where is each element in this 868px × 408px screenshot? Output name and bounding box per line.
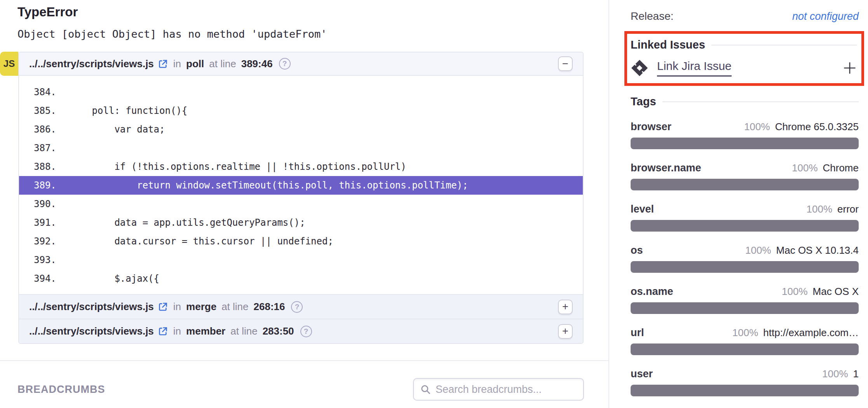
breadcrumbs-header: BREADCRUMBS [0, 378, 608, 401]
tag-key[interactable]: os.name [631, 286, 673, 298]
code-line: 384. [19, 83, 583, 101]
tag-key[interactable]: os [631, 244, 643, 256]
section-divider [0, 360, 608, 361]
expand-frame-button[interactable]: + [558, 300, 573, 314]
tag-distribution-bar [631, 302, 859, 314]
frame-header-poll[interactable]: ../../sentry/scripts/views.js in poll at… [19, 52, 583, 76]
tag-percent: 100% [732, 327, 758, 339]
frame-line-number: 389:46 [241, 58, 273, 70]
frame-line-number: 268:16 [254, 301, 285, 313]
code-line: 385. poll: function(){ [19, 101, 583, 120]
tag-key[interactable]: browser [631, 121, 671, 133]
tag-percent: 100% [807, 203, 833, 215]
tag-row-browser: browser 100% Chrome 65.0.3325 [631, 121, 859, 149]
linked-issues-heading: Linked Issues [631, 38, 857, 51]
error-message: Object [object Object] has no method 'up… [17, 28, 608, 40]
link-jira-issue-link[interactable]: Link Jira Issue [657, 59, 732, 77]
breadcrumbs-search-input[interactable] [436, 384, 577, 396]
heading-rule [711, 45, 857, 45]
tags-heading: Tags [631, 95, 859, 108]
tag-distribution-bar [631, 261, 859, 273]
tag-value: 1 [853, 368, 859, 380]
help-icon[interactable]: ? [279, 58, 291, 70]
collapse-frame-button[interactable]: − [558, 56, 573, 71]
at-line-label: at line [230, 325, 257, 337]
code-line: 388. if (!this.options.realtime || !this… [19, 157, 583, 176]
frame-file-path[interactable]: ../../sentry/scripts/views.js [29, 325, 154, 337]
breadcrumbs-title: BREADCRUMBS [17, 384, 105, 396]
release-not-configured-link[interactable]: not configured [792, 10, 859, 23]
tag-distribution-bar [631, 179, 859, 190]
at-line-label: at line [221, 301, 248, 313]
error-type-title: TypeError [17, 5, 608, 19]
external-link-icon[interactable] [158, 59, 168, 69]
stacktrace-card: ../../sentry/scripts/views.js in poll at… [18, 52, 584, 344]
release-label: Release: [631, 10, 674, 23]
frame-function-name: member [186, 325, 225, 337]
release-row: Release: not configured [631, 10, 859, 23]
frame-file-path[interactable]: ../../sentry/scripts/views.js [29, 301, 154, 313]
tag-value: Mac OS X 10.13.4 [776, 244, 859, 256]
help-icon[interactable]: ? [300, 326, 312, 337]
frame-header-member[interactable]: ../../sentry/scripts/views.js in member … [19, 319, 583, 343]
breadcrumbs-search-box[interactable] [413, 378, 584, 401]
tag-distribution-bar [631, 343, 859, 355]
tag-key[interactable]: user [631, 368, 653, 380]
tags-title: Tags [631, 95, 656, 108]
frame-function-name: merge [186, 301, 216, 313]
tag-row-os: os 100% Mac OS X 10.13.4 [631, 244, 859, 273]
source-context: 384. 385. poll: function(){ 386. var dat… [19, 76, 583, 294]
tag-key[interactable]: url [631, 327, 644, 339]
external-link-icon[interactable] [158, 326, 168, 337]
heading-rule [662, 101, 859, 102]
tag-percent: 100% [782, 286, 808, 298]
tag-key[interactable]: browser.name [631, 162, 701, 174]
code-line: 392. data.cursor = this.cursor || undefi… [19, 232, 583, 251]
tag-value: error [837, 203, 859, 215]
tag-value: Mac OS X [813, 286, 859, 298]
tag-row-url: url 100% http://example.com… [631, 327, 859, 355]
tag-percent: 100% [745, 244, 771, 256]
linked-issues-title: Linked Issues [631, 38, 705, 51]
frame-header-merge[interactable]: ../../sentry/scripts/views.js in merge a… [19, 294, 583, 319]
frame-line-number: 283:50 [263, 325, 294, 337]
jira-icon [631, 59, 648, 77]
platform-js-badge: JS [0, 52, 18, 76]
code-line: 394. $.ajax({ [19, 269, 583, 288]
tag-distribution-bar [631, 220, 859, 232]
tag-distribution-bar [631, 385, 859, 396]
sidebar: Release: not configured Linked Issues Li… [609, 0, 868, 408]
tag-percent: 100% [792, 162, 818, 174]
code-line: 387. [19, 139, 583, 157]
code-line: 391. data = app.utils.getQueryParams(); [19, 213, 583, 232]
tag-key[interactable]: level [631, 203, 654, 215]
tag-row-level: level 100% error [631, 203, 859, 232]
tag-distribution-bar [631, 138, 859, 149]
add-linked-issue-button[interactable] [843, 61, 857, 75]
in-label: in [173, 325, 181, 337]
search-icon [420, 384, 431, 395]
frame-file-path[interactable]: ../../sentry/scripts/views.js [29, 58, 154, 70]
stacktrace: JS ../../sentry/scripts/views.js in poll… [0, 52, 608, 344]
code-line-highlighted: 389. return window.setTimeout(this.poll,… [19, 176, 583, 195]
code-line: 390. [19, 195, 583, 213]
at-line-label: at line [209, 58, 236, 70]
code-line: 386. var data; [19, 120, 583, 139]
tag-value: Chrome [823, 162, 859, 174]
tag-percent: 100% [744, 121, 770, 133]
tag-percent: 100% [822, 368, 848, 380]
tag-row-os-name: os.name 100% Mac OS X [631, 286, 859, 314]
linked-issues-annotation-box: Linked Issues Link Jira Issue [624, 31, 864, 86]
frame-function-name: poll [186, 58, 204, 70]
help-icon[interactable]: ? [291, 301, 303, 313]
tag-value: http://example.com… [763, 327, 859, 339]
tag-row-browser-name: browser.name 100% Chrome [631, 162, 859, 190]
link-jira-issue-row[interactable]: Link Jira Issue [631, 59, 857, 77]
expand-frame-button[interactable]: + [558, 324, 573, 339]
in-label: in [173, 301, 181, 313]
code-line: 393. [19, 251, 583, 269]
event-detail-main: TypeError Object [object Object] has no … [0, 0, 608, 408]
tag-row-user: user 100% 1 [631, 368, 859, 396]
external-link-icon[interactable] [158, 302, 168, 312]
in-label: in [173, 58, 181, 70]
